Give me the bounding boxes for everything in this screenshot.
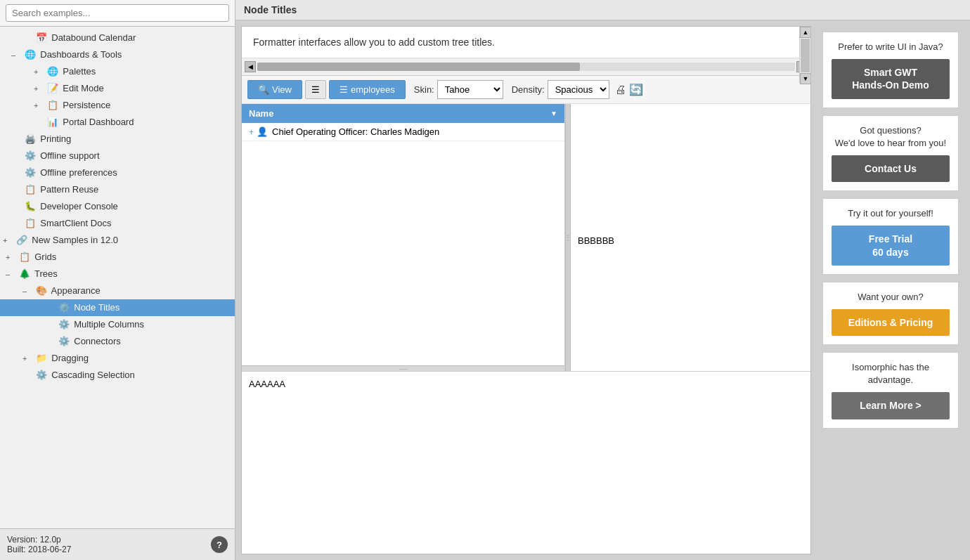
bottom-splitter[interactable]: ····· [242, 365, 564, 371]
built-text: Built: 2018-06-27 [7, 545, 71, 554]
sidebar-item-trees[interactable]: – 🌲 Trees [0, 266, 235, 282]
promo-free-trial: Try it out for yourself! Free Trial60 da… [822, 198, 959, 275]
sidebar-item-connectors[interactable]: ⚙️ Connectors [0, 333, 235, 350]
grid-body: + 👤 Chief Operating Officer: Charles Mad… [242, 123, 564, 365]
item-icon: 📋 [46, 98, 59, 112]
grid-row[interactable]: + 👤 Chief Operating Officer: Charles Mad… [242, 123, 564, 141]
scroll-down-btn[interactable]: ▼ [800, 73, 811, 84]
refresh-icon[interactable]: 🔄 [629, 83, 643, 96]
item-label: SmartClient Docs [40, 218, 111, 228]
column-name: Name [249, 108, 273, 119]
print-icon[interactable]: 🖨 [615, 84, 626, 96]
item-label: Offline preferences [40, 167, 117, 178]
grid-top-area: Name ▼ + 👤 Chief Operating Officer: Char… [242, 104, 810, 371]
expand-icon[interactable]: – [6, 267, 15, 281]
learn-more-button[interactable]: Learn More > [832, 392, 950, 419]
h-scroll-thumb [257, 63, 580, 71]
sidebar-item-pattern-reuse[interactable]: 📋 Pattern Reuse [0, 181, 235, 198]
density-label: Density: [512, 84, 545, 95]
item-icon: 🎨 [35, 284, 48, 298]
promo-learn-more: Isomorphic has the advantage. Learn More… [822, 352, 959, 429]
sidebar-item-developer-console[interactable]: 🐛 Developer Console [0, 198, 235, 215]
item-label: New Samples in 12.0 [32, 235, 118, 245]
sidebar-footer: Version: 12.0p Built: 2018-06-27 ? [0, 528, 235, 560]
skin-select[interactable]: Tahoe Enterprise Flat Graphite Material [437, 80, 503, 99]
tree-container: 📅 Databound Calendar – 🌐 Dashboards & To… [0, 27, 235, 528]
expand-icon [11, 183, 21, 197]
splitter-dots: ····· [399, 365, 408, 372]
sidebar-item-dragging[interactable]: + 📁 Dragging [0, 350, 235, 367]
page-title: Node Titles [235, 0, 970, 20]
view-button[interactable]: 🔍 View [247, 80, 302, 99]
sidebar-item-offline-preferences[interactable]: ⚙️ Offline preferences [0, 164, 235, 181]
expand-icon[interactable]: + [6, 250, 15, 264]
item-icon: 🔗 [15, 233, 28, 247]
item-label: Multiple Columns [74, 319, 144, 330]
expand-icon[interactable]: + [34, 82, 44, 96]
sidebar-item-dashboards-tools[interactable]: – 🌐 Dashboards & Tools [0, 46, 235, 63]
sidebar-item-smartclient-docs[interactable]: 📋 SmartClient Docs [0, 215, 235, 232]
item-icon: 📁 [35, 351, 48, 365]
h-scrollbar[interactable]: ◀ ▶ [242, 58, 810, 76]
sidebar-item-cascading-selection[interactable]: ⚙️ Cascading Selection [0, 367, 235, 384]
sidebar-item-grids[interactable]: + 📋 Grids [0, 249, 235, 266]
employees-label: employees [351, 84, 395, 95]
sidebar-item-multiple-columns[interactable]: ⚙️ Multiple Columns [0, 316, 235, 333]
expand-icon [11, 216, 21, 230]
scroll-left-btn[interactable]: ◀ [245, 61, 256, 72]
item-label: Appearance [51, 285, 101, 296]
item-icon: 🌐 [46, 65, 59, 79]
item-icon: 🖨️ [24, 132, 37, 146]
expand-icon [22, 368, 32, 382]
density-select[interactable]: Spacious Medium Compact [548, 80, 609, 99]
row-expand-btn[interactable]: + [249, 127, 254, 137]
sidebar-item-persistence[interactable]: + 📋 Persistence [0, 97, 235, 114]
item-label: Developer Console [40, 201, 118, 211]
pane-splitter[interactable]: ⋮ [565, 104, 571, 371]
tree-grid: Name ▼ + 👤 Chief Operating Officer: Char… [242, 104, 810, 554]
expand-icon[interactable]: + [22, 351, 32, 365]
contact-us-button[interactable]: Contact Us [832, 155, 950, 182]
sidebar-item-new-samples-12[interactable]: + 🔗 New Samples in 12.0 [0, 232, 235, 249]
sidebar-item-node-titles[interactable]: ⚙️ Node Titles [0, 299, 235, 316]
bottom-area: AAAAAA [242, 371, 810, 554]
expand-icon[interactable]: – [22, 284, 32, 298]
item-icon: ⚙️ [58, 334, 70, 349]
expand-icon [11, 149, 21, 163]
right-sidebar: Prefer to write UI in Java? Smart GWTHan… [817, 26, 964, 554]
skin-label: Skin: [414, 84, 434, 95]
help-button[interactable]: ? [211, 536, 228, 553]
smart-gwt-button[interactable]: Smart GWTHands-On Demo [832, 59, 950, 98]
main-content: Node Titles ▲ ▼ Formatter interfaces all… [235, 0, 970, 560]
editions-pricing-button[interactable]: Editions & Pricing [832, 309, 950, 336]
promo-title-learn-more: Isomorphic has the advantage. [832, 361, 950, 386]
expand-icon[interactable]: + [34, 98, 44, 112]
sort-icon[interactable]: ▼ [550, 110, 557, 117]
search-input[interactable] [6, 4, 229, 22]
free-trial-button[interactable]: Free Trial60 days [832, 226, 950, 265]
expand-icon [45, 318, 55, 332]
sidebar-item-databound-calendar[interactable]: 📅 Databound Calendar [0, 30, 235, 46]
item-icon: 🌲 [18, 267, 31, 281]
expand-icon[interactable]: + [3, 233, 13, 247]
promo-title-contact: Got questions?We'd love to hear from you… [832, 124, 950, 150]
expand-icon[interactable]: + [34, 65, 44, 79]
sidebar-item-portal-dashboard[interactable]: 📊 Portal Dashboard [0, 114, 235, 131]
sidebar-item-palettes[interactable]: + 🌐 Palettes [0, 63, 235, 80]
sidebar-item-appearance[interactable]: – 🎨 Appearance [0, 282, 235, 299]
search-box [0, 0, 235, 27]
sidebar-item-printing[interactable]: 🖨️ Printing [0, 131, 235, 148]
expand-icon[interactable]: – [11, 48, 21, 62]
sidebar-item-offline-support[interactable]: ⚙️ Offline support [0, 148, 235, 164]
grid-icon-button[interactable]: ☰ [305, 80, 326, 99]
promo-editions: Want your own? Editions & Pricing [822, 282, 959, 345]
h-scroll-track[interactable] [257, 63, 795, 71]
item-icon: 🌐 [24, 48, 37, 62]
grid-header: Name ▼ [242, 104, 564, 123]
scroll-up-btn[interactable]: ▲ [800, 27, 811, 38]
v-scroll-thumb[interactable] [801, 39, 810, 72]
item-label: Node Titles [74, 302, 119, 313]
sidebar-item-edit-mode[interactable]: + 📝 Edit Mode [0, 80, 235, 97]
v-scrollbar-top[interactable]: ▲ ▼ [799, 27, 810, 83]
employees-button[interactable]: ☰ employees [329, 80, 406, 99]
